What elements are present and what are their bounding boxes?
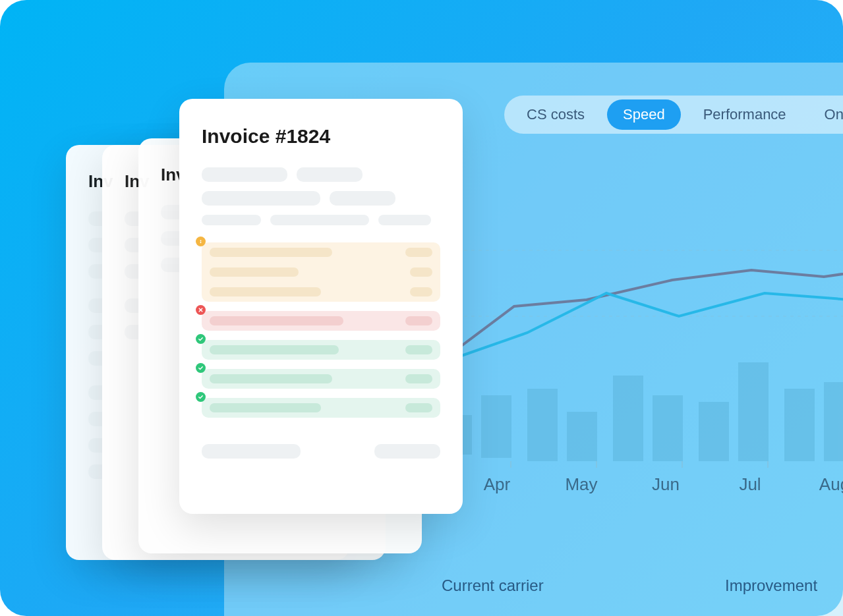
column-current-carrier: Current carrier: [442, 576, 725, 595]
xlabel: May: [539, 474, 624, 495]
tab-on-time[interactable]: On time: [809, 99, 843, 130]
svg-rect-4: [527, 389, 558, 461]
xlabel: Jul: [708, 474, 792, 495]
xlabel: Aug: [792, 474, 843, 495]
invoice-footer: [202, 444, 440, 459]
invoice-line-ok[interactable]: [202, 340, 440, 360]
check-icon: [196, 392, 206, 402]
svg-rect-11: [824, 382, 843, 461]
chart-x-axis: Apr May Jun Jul Aug: [455, 474, 843, 495]
svg-point-17: [200, 240, 202, 241]
svg-rect-5: [567, 412, 597, 461]
carrier-table: Current carrier Improvement #1 CARRIER 1…: [250, 576, 843, 616]
metric-tabs: CS costs Speed Performance On time: [504, 96, 843, 134]
invoice-meta-row: [202, 191, 440, 206]
invoice-line-ok[interactable]: [202, 398, 440, 418]
svg-rect-3: [481, 395, 511, 458]
invoice-line-error[interactable]: [202, 311, 440, 331]
invoice-card[interactable]: Invoice #1824: [179, 99, 463, 514]
error-icon: [196, 305, 206, 315]
check-icon: [196, 363, 206, 373]
tab-speed[interactable]: Speed: [607, 99, 681, 130]
svg-rect-18: [200, 242, 201, 244]
svg-rect-6: [613, 376, 643, 461]
table-header-row: Current carrier Improvement: [250, 576, 843, 595]
warning-icon: [196, 237, 206, 246]
xlabel: Jun: [624, 474, 708, 495]
invoice-line-warning[interactable]: [202, 242, 440, 302]
svg-rect-10: [784, 389, 815, 461]
invoice-title: Invoice #1824: [202, 125, 440, 148]
invoice-meta-row: [202, 215, 440, 225]
svg-rect-8: [699, 402, 729, 461]
tab-performance[interactable]: Performance: [687, 99, 802, 130]
tab-cs-costs[interactable]: CS costs: [511, 99, 600, 130]
invoice-line-ok[interactable]: [202, 369, 440, 389]
column-improvement: Improvement: [725, 576, 817, 595]
svg-rect-9: [738, 362, 769, 461]
invoice-meta-row: [202, 167, 440, 182]
svg-rect-7: [653, 395, 683, 461]
xlabel: Apr: [455, 474, 539, 495]
check-icon: [196, 334, 206, 344]
chart: [435, 184, 843, 468]
background: CS costs Speed Performance On time: [0, 0, 843, 616]
